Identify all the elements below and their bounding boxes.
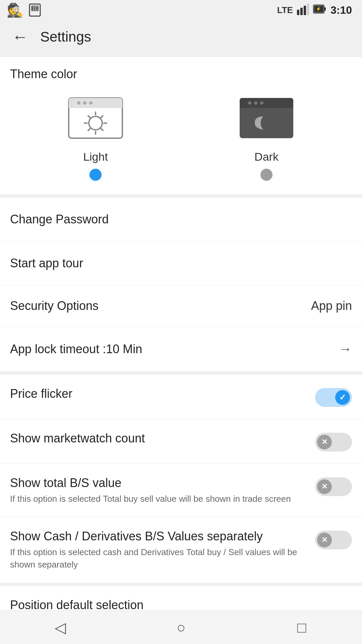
total-bs-value-description: If this option is selected Total buy sel…	[10, 494, 291, 504]
marketwatch-count-toggle[interactable]: ✕	[315, 433, 352, 451]
price-flicker-content: Price flicker	[10, 387, 315, 404]
price-flicker-row: Price flicker ✓	[0, 375, 362, 419]
theme-dark-option[interactable]: Dark	[181, 91, 352, 181]
nav-back-icon: ◁	[55, 619, 66, 636]
start-app-tour-label: Start app tour	[10, 256, 83, 270]
price-flicker-label: Price flicker	[10, 387, 308, 401]
signal-icon	[297, 3, 309, 17]
theme-options: Light Dark	[10, 91, 352, 181]
marketwatch-count-thumb: ✕	[317, 435, 332, 449]
svg-point-18	[89, 101, 93, 105]
bottom-navigation: ◁ ○ □	[0, 610, 362, 644]
spy-glasses-icon: 🕵️	[7, 2, 23, 18]
theme-dark-label: Dark	[254, 150, 279, 163]
cash-derivatives-row: Show Cash / Derivatives B/S Values separ…	[0, 517, 362, 583]
theme-light-label: Light	[83, 150, 108, 163]
svg-rect-6	[300, 8, 303, 15]
security-options-label: Security Options	[10, 299, 99, 313]
svg-rect-2	[32, 7, 34, 10]
svg-point-19	[89, 116, 102, 130]
marketwatch-count-x-icon: ✕	[321, 438, 327, 446]
nav-recent-icon: □	[297, 619, 306, 636]
status-bar-right: LTE ⚡ 3:10	[277, 3, 352, 17]
back-button[interactable]: ←	[10, 27, 30, 47]
change-password-item[interactable]: Change Password	[0, 198, 362, 241]
cash-derivatives-thumb: ✕	[317, 533, 332, 547]
security-options-item[interactable]: Security Options App pin	[0, 285, 362, 327]
nav-recent-button[interactable]: □	[288, 614, 315, 641]
change-password-label: Change Password	[10, 212, 109, 226]
svg-rect-5	[297, 10, 299, 15]
status-bar: 🕵️ LTE ⚡	[0, 0, 362, 20]
total-bs-value-row: Show total B/S value If this option is s…	[0, 464, 362, 517]
svg-text:⚡: ⚡	[316, 6, 321, 12]
cash-derivatives-content: Show Cash / Derivatives B/S Values separ…	[10, 529, 315, 571]
total-bs-value-toggle[interactable]: ✕	[315, 477, 352, 496]
lte-label: LTE	[277, 5, 293, 15]
status-bar-left-icons: 🕵️	[7, 2, 41, 18]
theme-dark-icon	[233, 91, 300, 145]
svg-rect-7	[304, 6, 306, 15]
svg-line-26	[101, 116, 103, 118]
svg-rect-15	[69, 105, 122, 108]
svg-line-25	[101, 128, 103, 130]
svg-point-33	[260, 101, 263, 105]
svg-rect-4	[36, 7, 38, 10]
top-navigation: ← Settings	[0, 20, 362, 54]
cash-derivatives-description: If this option is selected cash and Deri…	[10, 547, 297, 569]
total-bs-value-x-icon: ✕	[321, 482, 327, 491]
svg-line-24	[88, 116, 90, 118]
svg-point-16	[77, 101, 80, 105]
battery-icon: ⚡	[313, 3, 326, 17]
nav-back-button[interactable]: ◁	[47, 614, 74, 641]
toggle-section: Price flicker ✓ Show marketwatch count ✕…	[0, 375, 362, 583]
svg-line-27	[88, 128, 90, 130]
marketwatch-count-row: Show marketwatch count ✕	[0, 419, 362, 464]
price-flicker-toggle[interactable]: ✓	[315, 388, 352, 407]
sim-card-icon	[29, 2, 41, 18]
svg-rect-3	[34, 7, 36, 10]
app-pin-label: App pin	[311, 299, 352, 313]
theme-light-icon	[62, 91, 129, 145]
svg-point-17	[83, 101, 86, 105]
svg-rect-30	[240, 105, 293, 108]
cash-derivatives-toggle[interactable]: ✕	[315, 531, 352, 549]
svg-rect-10	[324, 7, 326, 11]
cash-derivatives-x-icon: ✕	[321, 536, 327, 544]
theme-light-option[interactable]: Light	[10, 91, 181, 181]
app-lock-timeout-arrow-icon: →	[339, 341, 352, 357]
start-app-tour-item[interactable]: Start app tour	[0, 241, 362, 285]
theme-color-section: Theme color	[0, 57, 362, 194]
status-time: 3:10	[330, 4, 352, 16]
price-flicker-check-icon: ✓	[339, 393, 346, 402]
cash-derivatives-label: Show Cash / Derivatives B/S Values separ…	[10, 529, 308, 543]
svg-point-31	[248, 101, 251, 105]
total-bs-value-thumb: ✕	[317, 479, 332, 494]
theme-dark-dot	[260, 169, 273, 181]
price-flicker-thumb: ✓	[335, 390, 350, 405]
theme-light-dot	[89, 169, 102, 181]
svg-point-32	[254, 101, 257, 105]
app-lock-timeout-label: App lock timeout :10 Min	[10, 342, 142, 356]
marketwatch-count-label: Show marketwatch count	[10, 431, 308, 445]
total-bs-value-label: Show total B/S value	[10, 476, 308, 490]
menu-section: Change Password Start app tour Security …	[0, 198, 362, 371]
nav-home-icon: ○	[177, 619, 186, 636]
theme-section-title: Theme color	[10, 67, 352, 81]
back-arrow-icon: ←	[12, 29, 28, 45]
total-bs-value-content: Show total B/S value If this option is s…	[10, 476, 315, 505]
app-lock-timeout-item[interactable]: App lock timeout :10 Min →	[0, 327, 362, 371]
position-section-title: Position default selection	[10, 598, 143, 612]
nav-home-button[interactable]: ○	[168, 614, 194, 641]
page-title: Settings	[40, 29, 91, 45]
marketwatch-count-content: Show marketwatch count	[10, 431, 315, 448]
svg-rect-8	[307, 4, 309, 15]
